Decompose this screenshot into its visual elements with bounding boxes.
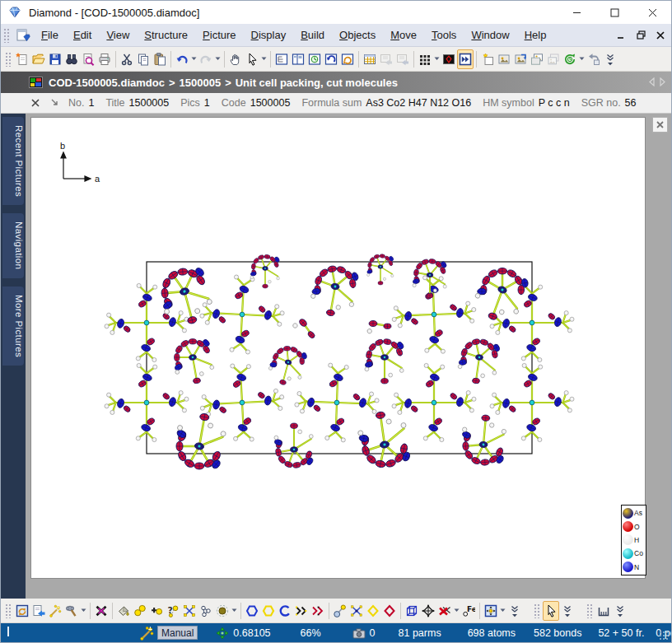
undo-dropdown-arrow[interactable] xyxy=(190,49,198,69)
connect-net-button[interactable] xyxy=(181,601,198,621)
molecule-as[interactable] xyxy=(366,254,394,285)
menu-help[interactable]: Help xyxy=(517,26,554,44)
overflow-chevrons-button[interactable] xyxy=(559,601,576,621)
fragment-cluster-button[interactable] xyxy=(198,601,214,621)
grid-menu-button[interactable] xyxy=(417,49,433,69)
print-preview-button[interactable] xyxy=(80,49,96,69)
toolbar-grip[interactable] xyxy=(586,603,593,618)
toolbar-grip[interactable] xyxy=(5,52,12,67)
redo-button[interactable] xyxy=(198,49,214,69)
ball-and-stick-button[interactable] xyxy=(332,601,348,621)
grid-menu-dropdown-arrow[interactable] xyxy=(433,49,441,69)
molecule-co[interactable] xyxy=(198,361,287,444)
find-binoculars-button[interactable] xyxy=(63,49,80,69)
molecule-co[interactable] xyxy=(490,283,574,361)
menu-move[interactable]: Move xyxy=(383,26,424,44)
move-mode-button[interactable] xyxy=(483,601,499,621)
picture-new-button[interactable] xyxy=(479,49,496,69)
legend[interactable]: AsOHCoN xyxy=(621,505,646,575)
molecule-co[interactable] xyxy=(293,362,380,444)
menu-view[interactable]: View xyxy=(99,26,137,44)
sidebar-tab-more-pictures[interactable]: More Pictures xyxy=(2,287,24,366)
menu-objects[interactable]: Objects xyxy=(332,26,383,44)
restore-view-button[interactable] xyxy=(323,49,339,69)
delete-red-button[interactable] xyxy=(436,601,453,621)
molecule-as[interactable] xyxy=(355,408,413,471)
molecule-as[interactable] xyxy=(469,261,533,328)
menu-tools[interactable]: Tools xyxy=(424,26,464,44)
molecule-as[interactable] xyxy=(170,335,217,386)
menu-display[interactable]: Display xyxy=(244,26,294,44)
menu-file[interactable]: File xyxy=(34,26,66,44)
table-export-button[interactable] xyxy=(378,49,394,69)
expand-double-arrow-button[interactable] xyxy=(457,49,474,69)
print-button[interactable] xyxy=(96,49,113,69)
molecule-as[interactable] xyxy=(250,254,280,288)
sidebar-tab-recent-pictures[interactable]: Recent Pictures xyxy=(2,117,24,205)
molecule-o2[interactable] xyxy=(291,315,320,340)
molecule-as[interactable] xyxy=(274,423,315,468)
copy-pages-button[interactable] xyxy=(135,49,152,69)
mdi-minimize-button[interactable] xyxy=(615,30,627,41)
previous-picture-button[interactable] xyxy=(648,77,656,89)
delete-red-dropdown-arrow[interactable] xyxy=(453,601,460,621)
history-green-dropdown-arrow[interactable] xyxy=(578,49,586,69)
move-mode-dropdown-arrow[interactable] xyxy=(499,601,506,621)
navigate-back-button[interactable] xyxy=(586,49,602,69)
unit-cell-cube-button[interactable] xyxy=(404,601,420,621)
next-picture-button[interactable] xyxy=(659,77,666,89)
toolbar-grip[interactable] xyxy=(5,603,12,618)
breadcrumb-part-picture[interactable]: Unit cell packing, cut molecules xyxy=(236,77,398,89)
menu-structure[interactable]: Structure xyxy=(137,26,195,44)
maximize-button[interactable] xyxy=(595,1,633,24)
ring-search-button[interactable] xyxy=(277,601,293,621)
add-atom-plus-button[interactable] xyxy=(148,601,165,621)
molecule-as[interactable] xyxy=(265,342,310,389)
molecule-as[interactable] xyxy=(170,409,230,473)
picture-transfer-button[interactable] xyxy=(529,49,545,69)
refresh-view-button[interactable] xyxy=(339,49,356,69)
overflow-chevrons-button[interactable] xyxy=(612,601,628,621)
coordination-net-button[interactable] xyxy=(348,601,365,621)
molecule-co[interactable] xyxy=(105,363,189,441)
paste-clipboard-button[interactable] xyxy=(152,49,168,69)
open-folder-button[interactable] xyxy=(30,49,47,69)
cut-scissors-button[interactable] xyxy=(119,49,135,69)
pointer-mode-button[interactable] xyxy=(543,601,559,621)
molecule-co[interactable] xyxy=(390,274,477,356)
mdi-restore-button[interactable] xyxy=(635,30,646,41)
build-tools-button[interactable] xyxy=(63,601,80,621)
page-apply-button[interactable] xyxy=(30,601,47,621)
net-black-button[interactable] xyxy=(293,601,310,621)
document-icon[interactable] xyxy=(16,28,30,43)
sphere-packing-dropdown-arrow[interactable] xyxy=(231,601,238,621)
wand-build-button[interactable] xyxy=(47,601,63,621)
picture-page[interactable]: b a AsOHCoN xyxy=(30,117,646,579)
refresh-structure-button[interactable] xyxy=(14,601,30,621)
sidebar-tab-navigation[interactable]: Navigation xyxy=(2,213,24,277)
molecule-co[interactable] xyxy=(198,273,287,356)
polyhedron-red-button[interactable] xyxy=(381,601,398,621)
polygon-blue-button[interactable] xyxy=(244,601,260,621)
sphere-packing-button[interactable] xyxy=(214,601,231,621)
destroy-structure-button[interactable] xyxy=(93,601,110,621)
mode-selector[interactable]: Manual xyxy=(157,626,198,640)
distance-ruler-button[interactable] xyxy=(595,601,612,621)
menu-window[interactable]: Window xyxy=(464,26,516,44)
minimize-button[interactable] xyxy=(558,1,595,24)
molecule-as[interactable] xyxy=(365,338,405,384)
molecule-as[interactable] xyxy=(459,413,508,468)
resize-grip[interactable] xyxy=(659,631,669,641)
breadcrumb-part-document[interactable]: COD-1500005.diamdoc xyxy=(49,77,165,89)
select-arrow-dropdown-arrow[interactable] xyxy=(260,49,268,69)
view-axes-button[interactable] xyxy=(420,601,436,621)
tree-view-button[interactable] xyxy=(273,49,290,69)
atom-question-button[interactable]: ? xyxy=(165,601,181,621)
net-red-button[interactable] xyxy=(310,601,326,621)
menu-build[interactable]: Build xyxy=(293,26,332,44)
overflow-chevrons-button[interactable] xyxy=(506,601,523,621)
undo-button[interactable] xyxy=(174,49,190,69)
breadcrumb-part-structure[interactable]: 1500005 xyxy=(180,77,222,89)
history-green-button[interactable] xyxy=(562,49,578,69)
mdi-close-button[interactable] xyxy=(655,30,666,41)
